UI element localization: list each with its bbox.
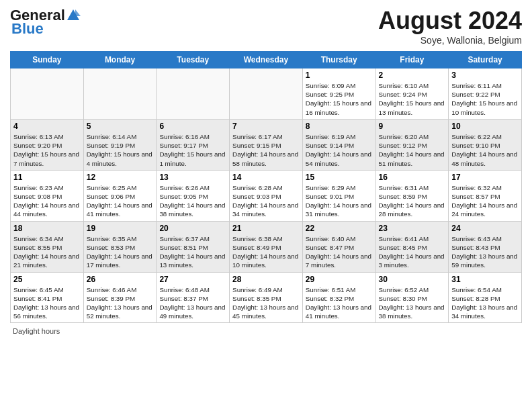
day-info: Sunrise: 6:46 AM Sunset: 8:39 PM Dayligh… [87, 285, 154, 321]
day-info: Sunrise: 6:17 AM Sunset: 9:15 PM Dayligh… [232, 132, 300, 168]
day-info: Sunrise: 6:26 AM Sunset: 9:05 PM Dayligh… [159, 183, 226, 219]
day-number: 3 [451, 71, 519, 80]
day-info: Sunrise: 6:20 AM Sunset: 9:12 PM Dayligh… [379, 132, 446, 168]
day-number: 5 [87, 122, 154, 131]
day-info: Sunrise: 6:51 AM Sunset: 8:32 PM Dayligh… [306, 285, 373, 321]
day-info: Sunrise: 6:40 AM Sunset: 8:47 PM Dayligh… [306, 234, 373, 270]
table-row: 1Sunrise: 6:09 AM Sunset: 9:25 PM Daylig… [302, 68, 375, 120]
table-row: 30Sunrise: 6:52 AM Sunset: 8:30 PM Dayli… [375, 272, 449, 323]
table-row: 23Sunrise: 6:41 AM Sunset: 8:45 PM Dayli… [375, 221, 449, 272]
table-row [11, 68, 84, 120]
daylight-label: Daylight hours [13, 327, 60, 335]
day-number: 26 [87, 275, 154, 284]
location: Soye, Wallonia, Belgium [378, 35, 522, 46]
title-area: August 2024 Soye, Wallonia, Belgium [378, 7, 522, 46]
col-wednesday: Wednesday [230, 52, 303, 68]
table-row: 27Sunrise: 6:48 AM Sunset: 8:37 PM Dayli… [157, 272, 230, 323]
table-row: 8Sunrise: 6:19 AM Sunset: 9:14 PM Daylig… [302, 119, 375, 170]
day-info: Sunrise: 6:28 AM Sunset: 9:03 PM Dayligh… [232, 183, 300, 219]
logo-blue: Blue [11, 20, 44, 38]
table-row: 20Sunrise: 6:37 AM Sunset: 8:51 PM Dayli… [157, 221, 230, 272]
table-row: 6Sunrise: 6:16 AM Sunset: 9:17 PM Daylig… [157, 119, 230, 170]
table-row: 9Sunrise: 6:20 AM Sunset: 9:12 PM Daylig… [375, 119, 449, 170]
day-number: 28 [232, 275, 300, 284]
day-number: 15 [306, 173, 373, 182]
table-row: 18Sunrise: 6:34 AM Sunset: 8:55 PM Dayli… [11, 221, 84, 272]
table-row [230, 68, 303, 120]
calendar-week-row: 1Sunrise: 6:09 AM Sunset: 9:25 PM Daylig… [11, 68, 522, 120]
day-number: 4 [13, 122, 81, 131]
day-number: 13 [159, 173, 226, 182]
day-info: Sunrise: 6:45 AM Sunset: 8:41 PM Dayligh… [13, 285, 81, 321]
day-info: Sunrise: 6:43 AM Sunset: 8:43 PM Dayligh… [451, 234, 519, 270]
day-info: Sunrise: 6:09 AM Sunset: 9:25 PM Dayligh… [306, 81, 373, 117]
day-number: 31 [451, 275, 519, 284]
day-number: 24 [451, 224, 519, 233]
calendar-week-row: 11Sunrise: 6:23 AM Sunset: 9:08 PM Dayli… [11, 170, 522, 221]
table-row: 16Sunrise: 6:31 AM Sunset: 8:59 PM Dayli… [375, 170, 449, 221]
table-row: 26Sunrise: 6:46 AM Sunset: 8:39 PM Dayli… [83, 272, 157, 323]
table-row: 11Sunrise: 6:23 AM Sunset: 9:08 PM Dayli… [11, 170, 84, 221]
calendar-week-row: 25Sunrise: 6:45 AM Sunset: 8:41 PM Dayli… [11, 272, 522, 323]
calendar-header-row: Sunday Monday Tuesday Wednesday Thursday… [11, 52, 522, 68]
day-info: Sunrise: 6:29 AM Sunset: 9:01 PM Dayligh… [306, 183, 373, 219]
table-row: 5Sunrise: 6:14 AM Sunset: 9:19 PM Daylig… [83, 119, 157, 170]
day-number: 17 [451, 173, 519, 182]
table-row: 7Sunrise: 6:17 AM Sunset: 9:15 PM Daylig… [230, 119, 303, 170]
day-number: 16 [379, 173, 446, 182]
day-number: 29 [306, 275, 373, 284]
header: General Blue August 2024 Soye, Wallonia,… [10, 7, 522, 46]
col-sunday: Sunday [11, 52, 84, 68]
day-number: 25 [13, 275, 81, 284]
table-row: 22Sunrise: 6:40 AM Sunset: 8:47 PM Dayli… [302, 221, 375, 272]
day-number: 12 [87, 173, 154, 182]
day-number: 6 [159, 122, 226, 131]
day-number: 21 [232, 224, 300, 233]
day-number: 10 [451, 122, 519, 131]
col-monday: Monday [83, 52, 157, 68]
col-tuesday: Tuesday [157, 52, 230, 68]
day-info: Sunrise: 6:31 AM Sunset: 8:59 PM Dayligh… [379, 183, 446, 219]
calendar-week-row: 4Sunrise: 6:13 AM Sunset: 9:20 PM Daylig… [11, 119, 522, 170]
table-row: 24Sunrise: 6:43 AM Sunset: 8:43 PM Dayli… [449, 221, 522, 272]
day-info: Sunrise: 6:14 AM Sunset: 9:19 PM Dayligh… [87, 132, 154, 168]
table-row: 4Sunrise: 6:13 AM Sunset: 9:20 PM Daylig… [11, 119, 84, 170]
logo-icon [66, 8, 81, 23]
day-number: 1 [306, 71, 373, 80]
month-title: August 2024 [378, 7, 522, 35]
calendar-week-row: 18Sunrise: 6:34 AM Sunset: 8:55 PM Dayli… [11, 221, 522, 272]
day-info: Sunrise: 6:37 AM Sunset: 8:51 PM Dayligh… [159, 234, 226, 270]
col-thursday: Thursday [302, 52, 375, 68]
day-info: Sunrise: 6:22 AM Sunset: 9:10 PM Dayligh… [451, 132, 519, 168]
day-info: Sunrise: 6:16 AM Sunset: 9:17 PM Dayligh… [159, 132, 226, 168]
table-row: 21Sunrise: 6:38 AM Sunset: 8:49 PM Dayli… [230, 221, 303, 272]
day-number: 27 [159, 275, 226, 284]
day-info: Sunrise: 6:52 AM Sunset: 8:30 PM Dayligh… [379, 285, 446, 321]
table-row: 17Sunrise: 6:32 AM Sunset: 8:57 PM Dayli… [449, 170, 522, 221]
day-info: Sunrise: 6:41 AM Sunset: 8:45 PM Dayligh… [379, 234, 446, 270]
table-row [157, 68, 230, 120]
table-row: 31Sunrise: 6:54 AM Sunset: 8:28 PM Dayli… [449, 272, 522, 323]
footer: Daylight hours [10, 327, 522, 335]
table-row [83, 68, 157, 120]
day-number: 30 [379, 275, 446, 284]
svg-marker-1 [75, 9, 81, 16]
day-number: 23 [379, 224, 446, 233]
day-number: 14 [232, 173, 300, 182]
day-info: Sunrise: 6:23 AM Sunset: 9:08 PM Dayligh… [13, 183, 81, 219]
day-number: 20 [159, 224, 226, 233]
table-row: 3Sunrise: 6:11 AM Sunset: 9:22 PM Daylig… [449, 68, 522, 120]
day-number: 11 [13, 173, 81, 182]
table-row: 2Sunrise: 6:10 AM Sunset: 9:24 PM Daylig… [375, 68, 449, 120]
table-row: 10Sunrise: 6:22 AM Sunset: 9:10 PM Dayli… [449, 119, 522, 170]
day-info: Sunrise: 6:34 AM Sunset: 8:55 PM Dayligh… [13, 234, 81, 270]
day-number: 19 [87, 224, 154, 233]
day-info: Sunrise: 6:19 AM Sunset: 9:14 PM Dayligh… [306, 132, 373, 168]
table-row: 25Sunrise: 6:45 AM Sunset: 8:41 PM Dayli… [11, 272, 84, 323]
day-number: 22 [306, 224, 373, 233]
page: General Blue August 2024 Soye, Wallonia,… [0, 0, 532, 411]
day-info: Sunrise: 6:32 AM Sunset: 8:57 PM Dayligh… [451, 183, 519, 219]
logo: General Blue [10, 7, 81, 38]
day-number: 8 [306, 122, 373, 131]
day-info: Sunrise: 6:10 AM Sunset: 9:24 PM Dayligh… [379, 81, 446, 117]
